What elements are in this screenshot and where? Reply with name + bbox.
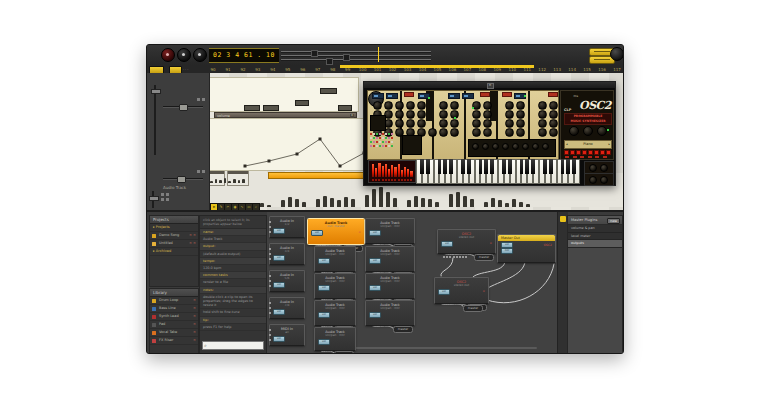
mini-knob[interactable] bbox=[542, 143, 549, 150]
blue-slider[interactable] bbox=[386, 93, 398, 99]
synth-knob[interactable] bbox=[450, 101, 459, 110]
plugin-row[interactable]: level meter bbox=[568, 233, 622, 241]
blue-slider[interactable] bbox=[372, 93, 384, 99]
synth-knob[interactable] bbox=[538, 119, 547, 128]
remove-icon[interactable]: × bbox=[193, 321, 196, 328]
synth-knob[interactable] bbox=[439, 119, 448, 128]
play-button[interactable] bbox=[177, 48, 191, 62]
synth-knob[interactable] bbox=[549, 101, 558, 110]
led-button[interactable] bbox=[388, 137, 390, 139]
synth-knob[interactable] bbox=[406, 110, 415, 119]
osc2-knob[interactable] bbox=[569, 126, 579, 136]
synth-knob[interactable] bbox=[549, 128, 558, 137]
button-dot[interactable] bbox=[161, 198, 164, 201]
synth-knob[interactable] bbox=[516, 101, 525, 110]
osc2-knob[interactable] bbox=[583, 126, 593, 136]
led-button[interactable] bbox=[382, 145, 384, 147]
rack-node-selected[interactable]: Audio Trackout: mastervol× bbox=[307, 218, 365, 245]
rack-node-slim[interactable]: MIDI Inallvol bbox=[269, 324, 305, 346]
black-key[interactable] bbox=[490, 159, 494, 174]
node-pin[interactable] bbox=[269, 329, 271, 331]
synth-knob[interactable] bbox=[538, 101, 547, 110]
node-pin[interactable] bbox=[456, 256, 458, 258]
master-knob[interactable] bbox=[610, 47, 624, 61]
node-pin[interactable] bbox=[269, 280, 271, 282]
led-button[interactable] bbox=[388, 141, 390, 143]
synth-knob[interactable] bbox=[395, 110, 404, 119]
remove-icon[interactable]: × bbox=[489, 241, 492, 245]
synth-knob[interactable] bbox=[549, 119, 558, 128]
rack-node-std[interactable]: Audio Trackvol/pan · mtrvol bbox=[365, 273, 415, 299]
wheel-knob[interactable] bbox=[600, 176, 608, 184]
mini-knob[interactable] bbox=[482, 143, 489, 150]
mini-knob[interactable] bbox=[502, 143, 509, 150]
synth-knob[interactable] bbox=[538, 128, 547, 137]
synth-knob[interactable] bbox=[483, 101, 492, 110]
led-button[interactable] bbox=[382, 133, 384, 135]
rack-node-slim[interactable]: Audio In5/6vol bbox=[269, 270, 305, 292]
library-row[interactable]: Drum Loop× bbox=[150, 297, 198, 305]
edit-chip[interactable]: vol bbox=[369, 230, 381, 236]
overview-handle[interactable] bbox=[326, 58, 333, 65]
node-pin[interactable] bbox=[269, 307, 271, 309]
synth-knob[interactable] bbox=[549, 110, 558, 119]
volume-slider-1[interactable] bbox=[163, 104, 203, 109]
output-pill[interactable]: master bbox=[334, 351, 354, 353]
led-button[interactable] bbox=[391, 133, 393, 135]
led-button[interactable] bbox=[388, 133, 390, 135]
panel-header[interactable]: Projects bbox=[150, 216, 198, 224]
black-key[interactable] bbox=[520, 159, 524, 174]
wheel-knob[interactable] bbox=[589, 164, 597, 172]
synth-knob[interactable] bbox=[516, 119, 525, 128]
synth-knob[interactable] bbox=[505, 110, 514, 119]
black-key[interactable] bbox=[420, 159, 424, 174]
edit-chip[interactable]: vol bbox=[438, 289, 450, 295]
library-row[interactable]: Bass Line× bbox=[150, 305, 198, 313]
black-key[interactable] bbox=[531, 159, 535, 174]
master-fader[interactable] bbox=[152, 191, 154, 208]
synth-knob[interactable] bbox=[406, 119, 415, 128]
track-name-label[interactable]: Audio Track bbox=[163, 185, 186, 190]
library-row[interactable]: Synth Lead× bbox=[150, 313, 198, 321]
node-pin[interactable] bbox=[269, 226, 271, 228]
black-key[interactable] bbox=[549, 159, 553, 174]
black-key[interactable] bbox=[449, 159, 453, 174]
rack-node-slim[interactable]: Audio In1/2vol bbox=[269, 216, 305, 238]
node-pin[interactable] bbox=[269, 312, 271, 314]
led-button[interactable] bbox=[379, 141, 381, 143]
project-row[interactable]: ▸ Archived bbox=[150, 248, 198, 256]
fader-handle[interactable] bbox=[151, 89, 161, 94]
node-pin[interactable] bbox=[269, 334, 271, 336]
property-label-row[interactable]: tempo: bbox=[200, 258, 266, 265]
led-button[interactable] bbox=[379, 145, 381, 147]
edit-chip[interactable]: vol bbox=[369, 258, 381, 264]
led-button[interactable] bbox=[376, 137, 378, 139]
led-button[interactable] bbox=[376, 141, 378, 143]
remove-icons[interactable]: × × bbox=[189, 240, 196, 247]
synth-knob[interactable] bbox=[505, 101, 514, 110]
rack-node-dev[interactable]: OSC2stereo outvol× bbox=[437, 229, 496, 254]
edit-chip[interactable]: vol bbox=[441, 241, 453, 247]
edit-chip[interactable]: vol bbox=[369, 312, 381, 318]
node-pin[interactable] bbox=[269, 285, 271, 287]
synth-knob[interactable] bbox=[439, 128, 448, 137]
synth-knob[interactable] bbox=[417, 101, 426, 110]
black-key[interactable] bbox=[508, 159, 512, 174]
remove-icon[interactable]: × bbox=[482, 289, 485, 293]
mute-dot[interactable] bbox=[197, 170, 200, 173]
red-switch[interactable] bbox=[502, 92, 512, 97]
wheel-knob[interactable] bbox=[589, 176, 597, 184]
edit-chip[interactable]: vol bbox=[273, 282, 285, 288]
edit-chip[interactable]: vol bbox=[318, 339, 330, 345]
black-key[interactable] bbox=[543, 159, 547, 174]
mod-wheel-box[interactable] bbox=[584, 173, 614, 186]
solo-dot[interactable] bbox=[202, 98, 205, 101]
patch-display[interactable]: ◂Piano▸ bbox=[564, 140, 612, 149]
rack-node-std[interactable]: Audio Trackvol/pan · mtrvol bbox=[314, 273, 356, 299]
library-row[interactable]: FX Riser× bbox=[150, 337, 198, 345]
output-pill[interactable]: master bbox=[474, 254, 494, 261]
plugin-row[interactable]: outputs bbox=[568, 240, 622, 248]
synth-knob[interactable] bbox=[450, 128, 459, 137]
edit-chip[interactable]: vol bbox=[318, 285, 330, 291]
node-pin[interactable] bbox=[462, 256, 464, 258]
